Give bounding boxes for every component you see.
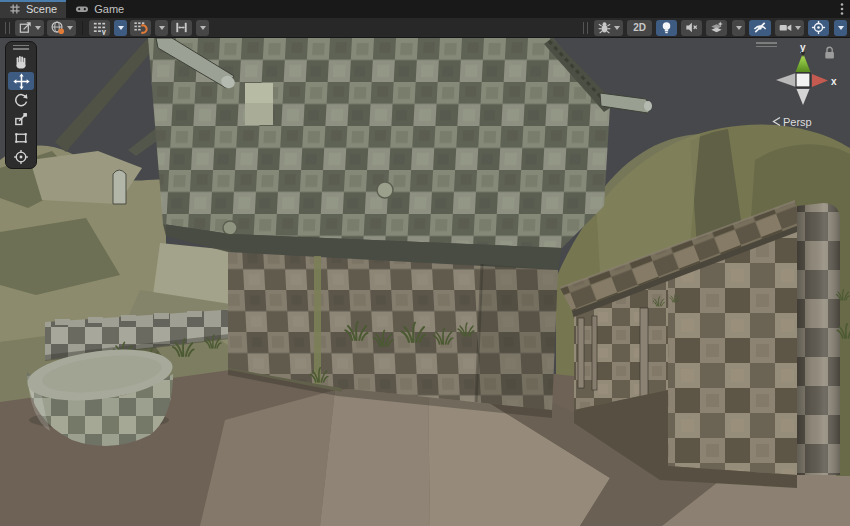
scene-view-toolbar: y bbox=[0, 18, 850, 38]
tab-bar-menu-button[interactable] bbox=[834, 0, 850, 18]
tools-overlay bbox=[5, 41, 37, 169]
move-arrows-icon bbox=[13, 73, 30, 90]
x-axis-cone[interactable] bbox=[812, 74, 828, 87]
gizmos-toggle-button[interactable] bbox=[808, 20, 829, 36]
audio-muted-icon bbox=[684, 20, 699, 35]
snap-settings-dropdown[interactable] bbox=[155, 20, 168, 36]
globe-icon bbox=[50, 20, 65, 35]
scene-viewport[interactable] bbox=[0, 38, 850, 526]
pivot-center-icon bbox=[18, 20, 33, 35]
debug-mode-button[interactable] bbox=[594, 20, 623, 36]
overlay-drag-handle[interactable] bbox=[5, 22, 10, 34]
grid-visibility-dropdown[interactable] bbox=[114, 20, 127, 36]
snap-increment-dropdown[interactable] bbox=[196, 20, 209, 36]
transform-tool-button[interactable] bbox=[8, 148, 34, 166]
effects-dropdown[interactable] bbox=[732, 20, 745, 36]
video-camera-icon bbox=[778, 20, 793, 35]
view-options-group: 2D bbox=[581, 20, 847, 36]
gizmo-center-cube[interactable] bbox=[796, 73, 810, 87]
effects-toggle-button[interactable] bbox=[706, 20, 727, 36]
lock-icon[interactable] bbox=[825, 47, 834, 58]
rotate-icon bbox=[13, 92, 29, 108]
projection-label: Persp bbox=[783, 116, 812, 128]
projection-indicator[interactable]: Persp bbox=[774, 116, 812, 128]
chevron-down-icon bbox=[67, 26, 73, 30]
camera-settings-button[interactable] bbox=[775, 20, 804, 36]
lighting-toggle-button[interactable] bbox=[656, 20, 677, 36]
window-tab-bar: Scene Game bbox=[0, 0, 850, 18]
negative-y-axis-cone[interactable] bbox=[797, 89, 810, 105]
transform-icon bbox=[13, 149, 29, 165]
tab-game[interactable]: Game bbox=[66, 0, 133, 18]
scene-grid-icon bbox=[9, 3, 21, 15]
tab-scene-label: Scene bbox=[26, 3, 57, 15]
kebab-menu-icon bbox=[840, 2, 844, 16]
2d-toggle-button[interactable]: 2D bbox=[627, 20, 652, 36]
negative-x-axis-cone[interactable] bbox=[776, 73, 796, 87]
snap-settings-button[interactable] bbox=[130, 20, 151, 36]
view-hand-tool-button[interactable] bbox=[8, 53, 34, 71]
hand-icon bbox=[13, 54, 29, 70]
move-snap-icon bbox=[174, 20, 189, 35]
move-tool-button[interactable] bbox=[8, 72, 34, 90]
tools-overlay-drag-handle[interactable] bbox=[13, 45, 29, 50]
y-axis-label: y bbox=[800, 42, 806, 53]
toolbar-separator bbox=[82, 21, 83, 35]
unity-scene-view: { "window": { "tabs": [ {"label": "Scene… bbox=[0, 0, 850, 526]
rect-icon bbox=[13, 130, 29, 146]
tab-scene[interactable]: Scene bbox=[0, 0, 66, 18]
distant-tower[interactable] bbox=[113, 170, 126, 204]
snap-increment-button[interactable] bbox=[171, 20, 192, 36]
2d-label: 2D bbox=[630, 22, 649, 33]
rotate-tool-button[interactable] bbox=[8, 91, 34, 109]
overlay-drag-handle[interactable] bbox=[583, 22, 588, 34]
grid-magnet-icon bbox=[133, 20, 148, 35]
game-controller-icon bbox=[75, 3, 89, 15]
eye-hidden-icon bbox=[752, 20, 768, 35]
light-bulb-icon bbox=[659, 20, 674, 35]
gizmo-sphere-icon bbox=[811, 20, 826, 35]
audio-toggle-button[interactable] bbox=[681, 20, 702, 36]
chevron-down-icon bbox=[614, 26, 620, 30]
rect-tool-button[interactable] bbox=[8, 129, 34, 147]
orientation-mode-button[interactable] bbox=[47, 20, 76, 36]
bug-icon bbox=[597, 20, 612, 35]
scale-icon bbox=[13, 111, 29, 127]
round-pillar[interactable] bbox=[797, 203, 840, 475]
grid-axis-label: y bbox=[102, 27, 107, 35]
chevron-down-icon bbox=[35, 26, 41, 30]
scale-tool-button[interactable] bbox=[8, 110, 34, 128]
tab-game-label: Game bbox=[94, 3, 124, 15]
visibility-toggle-button[interactable] bbox=[749, 20, 771, 36]
y-axis-cone[interactable] bbox=[796, 52, 811, 72]
gizmos-dropdown[interactable] bbox=[834, 20, 847, 36]
grid-visibility-button[interactable]: y bbox=[89, 20, 110, 36]
x-axis-label: x bbox=[831, 76, 837, 87]
orientation-gizmo[interactable]: y x Persp bbox=[770, 42, 850, 136]
effects-layers-icon bbox=[709, 20, 724, 35]
chevron-down-icon bbox=[795, 26, 801, 30]
grid-axis-icon: y bbox=[92, 20, 107, 35]
pivot-mode-button[interactable] bbox=[15, 20, 44, 36]
